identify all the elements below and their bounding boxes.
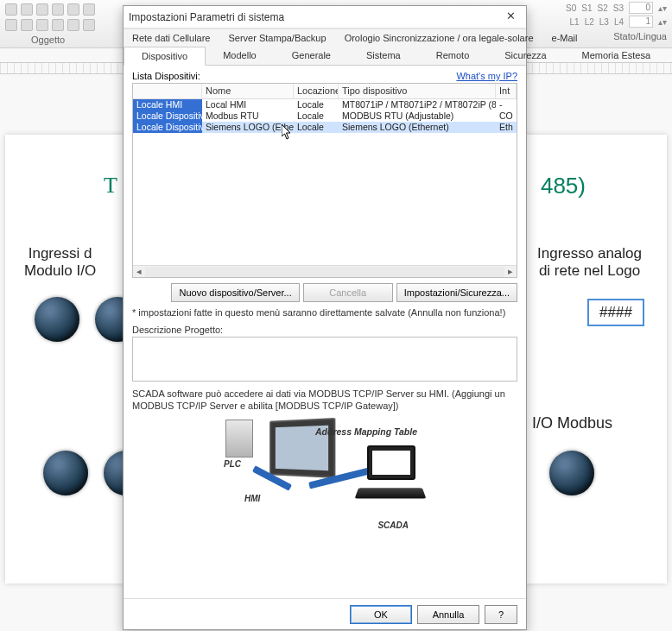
diagram-hmi-label: HMI [244,494,260,503]
device-row-interface: Eth [496,122,517,133]
diagram-mapping-label: Address Mapping Table [315,426,417,437]
device-row-type: MT8071iP / MT8071iP2 / MT8072iP (800 x 4… [339,99,496,110]
project-description-label: Descrizione Progetto: [132,325,517,335]
device-row[interactable]: Locale HMILocal HMILocaleMT8071iP / MT80… [133,99,517,110]
device-row[interactable]: Locale Dispositivo 2Modbus RTULocaleMODB… [133,110,517,122]
device-list-header: Nome Locazione Tipo dispositivo Int [133,84,517,99]
bg-ingresso-analog-label: Ingresso analog di rete nel Logo [537,245,642,281]
device-row-interface: - [496,99,517,110]
numeric-display-placeholder: #### [587,299,644,326]
led-indicator [549,451,594,495]
reg-l-val[interactable]: 1 [629,16,653,28]
device-row-name: Siemens LOGO (Ethernet) [202,122,294,133]
settings-security-button[interactable]: Impostazioni/Sicurezza... [396,283,517,302]
tab-modello[interactable]: Modello [206,47,275,65]
tab-remoto[interactable]: Remoto [419,47,488,65]
scada-note: SCADA software può accedere ai dati via … [132,388,517,413]
save-note: * impostazioni fatte in questo menù sara… [132,307,517,318]
led-indicator [43,451,88,495]
bg-ingressi-label: Ingressi d Modulo I/O [24,245,96,281]
device-row-location: Locale [294,99,339,110]
bg-title-right: 485) [541,173,586,199]
scroll-left-icon[interactable]: ◂ [133,266,145,277]
dialog-titlebar: Impostazioni Parametri di sistema ✕ [124,6,526,28]
tab-dispositivo[interactable]: Dispositivo [124,47,206,66]
tab-sistema[interactable]: Sistema [349,47,419,65]
tab-rete-cellulare[interactable]: Rete dati Cellulare [124,29,220,47]
cancel-button[interactable]: Annulla [417,605,479,624]
device-row-id: Locale Dispositivo 2 [133,110,202,122]
help-button[interactable]: ? [485,605,517,624]
reg-l4: L4 [614,17,624,27]
oggetto-label: Oggetto [31,35,65,45]
device-row-interface: CO [496,110,517,122]
reg-spinner-icon[interactable]: ▴▾ [658,17,667,27]
scroll-track[interactable] [145,267,504,277]
diagram-plc-label: PLC [224,459,241,469]
reg-l1: L1 [570,17,580,27]
scada-diagram: PLC HMI Address Mapping Table SCADA [225,420,424,527]
device-row-name: Local HMI [202,99,294,110]
new-device-button[interactable]: Nuovo dispositivo/Server... [171,283,299,302]
device-row-location: Locale [294,110,339,122]
delete-button[interactable]: Cancella [303,283,393,302]
device-row-name: Modbus RTU [202,110,294,122]
col-nome[interactable]: Nome [202,84,294,98]
device-row-location: Locale [294,122,339,133]
bg-title-left: T [104,173,117,199]
device-list[interactable]: Nome Locazione Tipo dispositivo Int Loca… [132,83,517,278]
ok-button[interactable]: OK [350,605,412,624]
reg-s1: S1 [581,3,592,13]
reg-s0: S0 [566,3,576,13]
led-indicator [35,297,79,342]
diagram-plc-icon [225,420,253,457]
diagram-scada-label: SCADA [377,521,409,530]
device-row-type: Siemens LOGO (Ethernet) [339,122,496,133]
col-locazione[interactable]: Locazione [294,84,339,98]
reg-spinner-icon[interactable]: ▴▾ [658,3,667,13]
dialog-footer: OK Annulla ? [124,598,526,629]
diagram-laptop-icon [353,445,424,502]
stato-lingua-label: Stato/Lingua [613,29,667,41]
tab-email[interactable]: e-Mail [543,29,587,47]
toolbar-icons [5,3,109,31]
tab-orologio[interactable]: Orologio Sincronizzazione / ora legale-s… [336,29,543,47]
tabs-container: Rete dati Cellulare Server Stampa/Backup… [124,28,526,66]
list-horizontal-scrollbar[interactable]: ◂ ▸ [133,265,517,277]
tab-sicurezza[interactable]: Sicurezza [487,47,564,65]
col-interfaccia[interactable]: Int [496,84,517,98]
device-row-id: Locale HMI [133,99,202,110]
device-row-type: MODBUS RTU (Adjustable) [339,110,496,122]
device-list-label: Lista Dispositivi: [132,71,200,81]
tab-memoria-estesa[interactable]: Memoria Estesa [565,47,669,65]
tab-server-stampa[interactable]: Server Stampa/Backup [220,29,336,47]
reg-l2: L2 [585,17,594,27]
reg-l3: L3 [599,17,609,27]
reg-s-val[interactable]: 0 [629,2,653,14]
device-row-id: Locale Dispositivo 4 [133,122,202,133]
whats-my-ip-link[interactable]: What's my IP? [456,71,517,81]
reg-s3: S3 [613,3,624,13]
scroll-right-icon[interactable]: ▸ [504,266,517,277]
device-row[interactable]: Locale Dispositivo 4Siemens LOGO (Ethern… [133,122,517,133]
dialog-title: Impostazioni Parametri di sistema [129,11,284,23]
col-tipo[interactable]: Tipo dispositivo [339,84,496,98]
system-params-dialog: Impostazioni Parametri di sistema ✕ Rete… [123,5,527,630]
bg-io-modbus-label: I/O Modbus [532,414,612,432]
project-description-input[interactable] [132,337,517,382]
reg-s2: S2 [598,3,608,13]
close-button[interactable]: ✕ [500,9,521,26]
tab-generale[interactable]: Generale [275,47,349,65]
